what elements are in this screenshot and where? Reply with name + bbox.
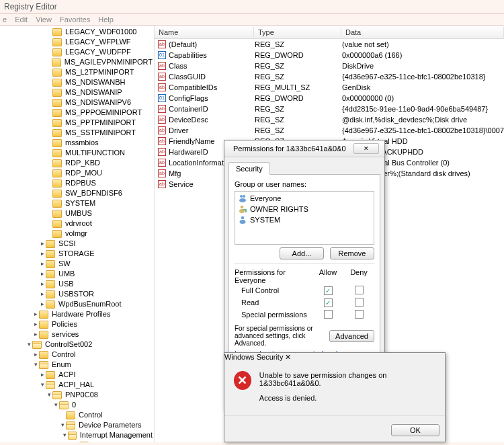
menu-help[interactable]: Help (98, 15, 114, 24)
expand-icon[interactable]: ▸ (39, 239, 46, 249)
col-type[interactable]: Type (254, 27, 341, 38)
expand-icon[interactable]: ▸ (39, 269, 46, 279)
expand-icon[interactable]: ▾ (61, 430, 67, 440)
user-list[interactable]: EveryoneOWNER RIGHTSSYSTEM (235, 191, 374, 245)
tree-node[interactable]: MS_NDISWANIPV6 (5, 97, 154, 108)
expand-icon[interactable]: ▸ (39, 289, 46, 299)
tree-node[interactable]: LEGACY_WDF01000 (5, 27, 154, 37)
close-icon[interactable]: ✕ (285, 353, 291, 361)
folder-icon (52, 159, 62, 167)
value-row[interactable]: abDriverREG_SZ{4d36e967-e325-11ce-bfc1-0… (155, 125, 504, 136)
tree-node[interactable]: MS_NDISWANIP (5, 87, 154, 97)
tree-node[interactable]: RDPBUS (5, 178, 154, 188)
tree-node[interactable]: ▸ACPI (5, 370, 154, 380)
menu-file[interactable]: e (3, 15, 7, 24)
error-ok-button[interactable]: OK (391, 424, 439, 436)
advanced-button[interactable]: Advanced (329, 330, 374, 342)
remove-button[interactable]: Remove (330, 247, 374, 259)
col-data[interactable]: Data (341, 27, 504, 38)
tree-node[interactable]: MS_SSTPMINIPORT (5, 128, 154, 138)
tree-label: USB (57, 279, 75, 289)
expand-icon[interactable]: ▸ (32, 309, 39, 319)
value-row[interactable]: abDeviceDescREG_SZ@disk.inf,%disk_devdes… (155, 114, 504, 125)
tree-node[interactable]: ▸USBSTOR (5, 289, 154, 299)
user-item[interactable]: Everyone (237, 193, 372, 204)
tree-node[interactable]: ▸STORAGE (5, 249, 154, 259)
tree-node[interactable]: vdrvroot (5, 218, 154, 229)
tab-security[interactable]: Security (228, 162, 270, 175)
tree-node[interactable]: SYSTEM (5, 198, 154, 208)
expand-icon[interactable]: ▸ (39, 249, 46, 259)
expand-icon[interactable]: ▸ (39, 259, 46, 269)
tree-node[interactable]: ▾Interrupt Management (5, 430, 154, 440)
col-name[interactable]: Name (155, 27, 254, 38)
tree-node[interactable]: ▸Control (5, 350, 154, 360)
tree-node[interactable]: ▸services (5, 329, 154, 339)
tree-node[interactable]: MULTIFUNCTION (5, 148, 154, 158)
allow-checkbox[interactable] (324, 310, 333, 319)
deny-checkbox[interactable] (355, 310, 364, 319)
user-item[interactable]: SYSTEM (237, 214, 372, 225)
tree-node[interactable]: SW_BDFNDISF6 (5, 188, 154, 198)
registry-tree[interactable]: LEGACY_WDF01000LEGACY_WFPLWFLEGACY_WUDFP… (0, 26, 155, 442)
expand-icon[interactable]: ▾ (52, 400, 59, 410)
deny-checkbox[interactable] (355, 286, 364, 294)
expand-icon[interactable]: ▸ (32, 319, 39, 329)
tree-node[interactable]: MS_AGILEVPNMINIPORT (5, 57, 154, 67)
tree-node[interactable]: volmgr (5, 229, 154, 239)
value-row[interactable]: abCompatibleIDsREG_MULTI_SZGenDisk (155, 82, 504, 93)
tree-node[interactable]: LEGACY_WFPLWF (5, 37, 154, 47)
tree-node[interactable]: MS_L2TPMINIPORT (5, 67, 154, 77)
add-button[interactable]: Add... (280, 247, 324, 259)
tree-node[interactable]: ▾Device Parameters (5, 420, 154, 430)
tree-node[interactable]: RDP_KBD (5, 158, 154, 168)
tree-node[interactable]: UMBUS (5, 208, 154, 218)
allow-checkbox[interactable] (324, 286, 333, 295)
value-data: {4dd2815c-91ee-11e0-9ad4-90e6ba549487} (342, 105, 504, 113)
tree-node[interactable]: ▸SW (5, 259, 154, 269)
tree-node[interactable]: ▸USB (5, 279, 154, 289)
value-row[interactable]: 01ConfigFlagsREG_DWORD0x00000000 (0) (155, 93, 504, 104)
tree-node[interactable]: mssmbios (5, 138, 154, 148)
value-row[interactable]: 01CapabilitiesREG_DWORD0x000000a6 (166) (155, 50, 504, 60)
tree-node[interactable]: MS_PPPOEMINIPORT (5, 108, 154, 118)
tree-node[interactable]: MS_PPTPMINIPORT (5, 118, 154, 128)
expand-icon[interactable]: ▾ (46, 390, 52, 400)
value-row[interactable]: abClassGUIDREG_SZ{4d36e967-e325-11ce-bfc… (155, 71, 504, 82)
menu-view[interactable]: View (36, 15, 52, 24)
tree-node[interactable]: ▾ACPI_HAL (5, 380, 154, 390)
expand-icon[interactable]: ▸ (39, 299, 46, 309)
tree-node[interactable]: RDP_MOU (5, 168, 154, 178)
tree-node[interactable]: ▾0 (5, 400, 154, 410)
expand-icon[interactable]: ▾ (32, 360, 39, 370)
value-row[interactable]: ab(Default)REG_SZ(value not set) (155, 39, 504, 50)
tree-node[interactable]: ▸Hardware Profiles (5, 309, 154, 319)
tree-node[interactable]: MS_NDISWANBH (5, 77, 154, 87)
tree-node[interactable]: Affinity Policy (5, 440, 154, 442)
allow-checkbox[interactable] (324, 298, 333, 307)
folder-icon (52, 119, 62, 127)
value-row[interactable]: abClassREG_SZDiskDrive (155, 60, 504, 71)
tree-node[interactable]: ▸Policies (5, 319, 154, 329)
expand-icon[interactable]: ▸ (32, 350, 39, 360)
value-row[interactable]: abContainerIDREG_SZ{4dd2815c-91ee-11e0-9… (155, 104, 504, 114)
tree-node[interactable]: ▸UMB (5, 269, 154, 279)
expand-icon[interactable]: ▾ (59, 420, 66, 430)
expand-icon[interactable]: ▸ (32, 329, 39, 339)
tree-node[interactable]: ▸WpdBusEnumRoot (5, 299, 154, 309)
menu-edit[interactable]: Edit (15, 15, 28, 24)
tree-node[interactable]: ▾ControlSet002 (5, 339, 154, 350)
close-icon[interactable]: ✕ (353, 143, 379, 154)
tree-node[interactable]: ▾Enum (5, 360, 154, 370)
tree-node[interactable]: ▾PNP0C08 (5, 390, 154, 400)
tree-node[interactable]: LEGACY_WUDFPF (5, 47, 154, 57)
expand-icon[interactable]: ▾ (26, 339, 32, 350)
expand-icon[interactable]: ▸ (39, 279, 46, 289)
user-item[interactable]: OWNER RIGHTS (237, 204, 372, 214)
tree-node[interactable]: Control (5, 410, 154, 420)
expand-icon[interactable]: ▸ (39, 370, 46, 380)
expand-icon[interactable]: ▾ (39, 380, 46, 390)
deny-checkbox[interactable] (355, 298, 364, 307)
menu-favorites[interactable]: Favorites (60, 15, 90, 24)
tree-node[interactable]: ▸SCSI (5, 239, 154, 249)
